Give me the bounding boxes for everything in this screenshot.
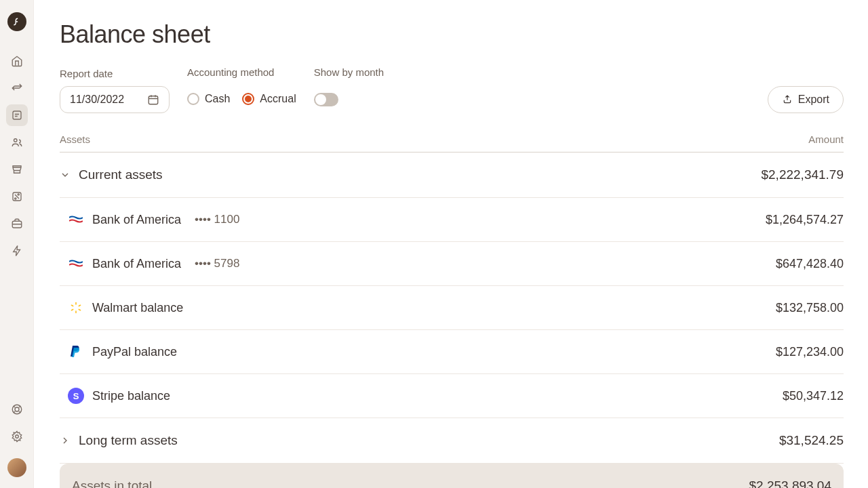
row-long-term-assets[interactable]: Long term assets $31,524.25	[60, 418, 844, 464]
row-name: PayPal balance	[92, 345, 177, 359]
row-current-assets[interactable]: Current assets $2,222,341.79	[60, 152, 844, 198]
row-stripe[interactable]: S Stripe balance $50,347.12	[60, 374, 844, 418]
radio-cash-label: Cash	[205, 93, 230, 105]
svg-rect-10	[78, 308, 81, 311]
page-title: Balance sheet	[60, 20, 844, 49]
nav-settings[interactable]	[6, 426, 28, 447]
bank-of-america-icon	[68, 211, 84, 228]
report-date-value: 11/30/2022	[70, 94, 124, 106]
col-assets: Assets	[60, 134, 90, 145]
radio-accrual-label: Accrual	[260, 93, 296, 105]
row-name: Assets in total	[72, 479, 152, 488]
row-name: Current assets	[79, 167, 163, 182]
svg-rect-11	[75, 310, 77, 313]
main-content: Balance sheet Report date 11/30/2022 Acc…	[34, 0, 868, 488]
row-name: Bank of America	[92, 213, 181, 227]
sidebar	[0, 0, 34, 488]
row-amount: $1,264,574.27	[766, 213, 844, 227]
row-name: Long term assets	[79, 433, 178, 448]
nav-reports[interactable]	[6, 104, 28, 126]
show-by-month-toggle[interactable]	[314, 93, 338, 106]
svg-rect-8	[75, 302, 77, 305]
svg-rect-0	[13, 111, 21, 119]
svg-point-6	[15, 435, 18, 439]
row-amount: $2,253,893.04	[749, 479, 831, 488]
nav-automation[interactable]	[6, 240, 28, 262]
row-boa-1100[interactable]: Bank of America •••• 1100 $1,264,574.27	[60, 198, 844, 242]
svg-point-1	[14, 139, 17, 142]
row-amount: $2,222,341.79	[761, 167, 844, 182]
row-amount: $132,758.00	[776, 301, 844, 315]
calendar-icon	[147, 94, 159, 106]
report-date-label: Report date	[60, 68, 170, 79]
svg-rect-12	[71, 308, 73, 311]
export-button[interactable]: Export	[768, 86, 844, 113]
radio-accrual[interactable]: Accrual	[242, 93, 296, 105]
row-amount: $647,428.40	[776, 257, 844, 271]
row-amount: $50,347.12	[783, 389, 844, 403]
row-assets-total: Assets in total $2,253,893.04	[60, 464, 844, 488]
row-paypal[interactable]: PayPal balance $127,234.00	[60, 330, 844, 374]
nav-customers[interactable]	[6, 131, 28, 153]
accounting-method-label: Accounting method	[187, 66, 296, 78]
report-date-input[interactable]: 11/30/2022	[60, 86, 170, 113]
bank-of-america-icon	[68, 256, 84, 272]
nav-transfers[interactable]	[6, 77, 28, 99]
export-label: Export	[798, 94, 829, 106]
show-by-month-label: Show by month	[314, 66, 384, 78]
svg-rect-13	[71, 304, 73, 307]
row-walmart[interactable]: Walmart balance $132,758.00	[60, 286, 844, 330]
row-name: Stripe balance	[92, 389, 170, 403]
walmart-icon	[68, 300, 84, 316]
account-mask: •••• 1100	[195, 213, 239, 226]
svg-rect-9	[78, 304, 81, 307]
account-mask: •••• 5798	[195, 257, 239, 270]
export-icon	[782, 94, 793, 105]
radio-cash[interactable]: Cash	[187, 93, 230, 105]
report-controls: Report date 11/30/2022 Accounting method…	[60, 66, 844, 113]
svg-rect-7	[149, 96, 158, 104]
row-amount: $127,234.00	[776, 345, 844, 359]
col-amount: Amount	[808, 134, 844, 145]
row-boa-5798[interactable]: Bank of America •••• 5798 $647,428.40	[60, 242, 844, 286]
stripe-icon: S	[68, 388, 84, 404]
nav-store[interactable]	[6, 159, 28, 180]
paypal-icon	[68, 344, 84, 360]
chevron-right-icon	[60, 435, 71, 446]
nav-payroll[interactable]	[6, 213, 28, 235]
chevron-down-icon	[60, 169, 71, 180]
svg-point-5	[15, 407, 19, 411]
user-avatar[interactable]	[7, 458, 26, 477]
nav-help[interactable]	[6, 399, 28, 420]
row-name: Walmart balance	[92, 301, 183, 315]
app-logo[interactable]	[7, 12, 26, 31]
nav-tax[interactable]	[6, 186, 28, 207]
table-header: Assets Amount	[60, 134, 844, 152]
nav-home[interactable]	[6, 50, 28, 72]
row-name: Bank of America	[92, 257, 181, 271]
row-amount: $31,524.25	[779, 433, 844, 448]
